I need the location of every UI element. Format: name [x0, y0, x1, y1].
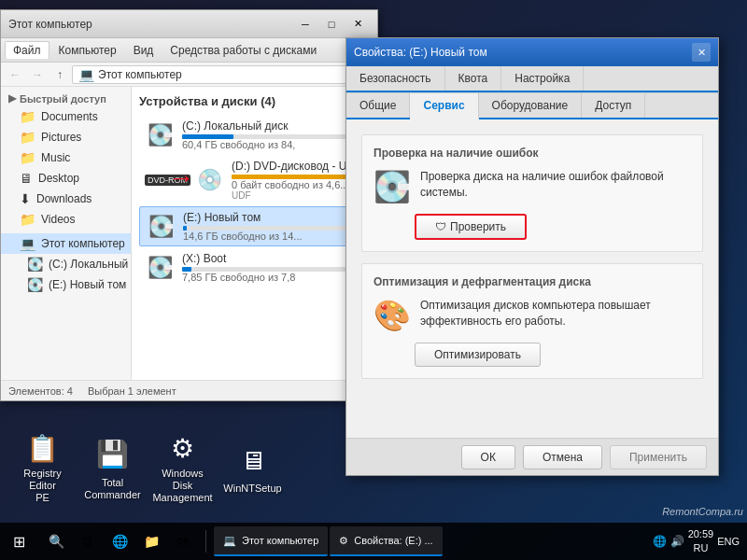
desktop-icon-totalcmd[interactable]: 💾 TotalCommander	[78, 431, 148, 506]
clock-lang: RU	[688, 541, 714, 555]
quick-access-header[interactable]: ▶Быстрый доступ	[1, 91, 131, 106]
check-button[interactable]: 🛡 Проверить	[415, 214, 527, 240]
drive-x-name: (X:) Boot	[182, 252, 364, 265]
address-bar[interactable]: 💻 Этот компьютер	[72, 65, 351, 84]
drive-item-c[interactable]: 💽 (C:) Локальный диск 60,4 ГБ свободно и…	[139, 116, 370, 154]
taskbar-separator	[205, 530, 206, 553]
drive-d-info: (D:) DVD-дисковод - US 0 байт свободно и…	[232, 160, 364, 201]
diskman-icon: ⚙	[164, 433, 202, 464]
desktop-icons: 📋 Registry EditorPE 💾 TotalCommander ⚙ W…	[0, 424, 295, 513]
defrag-description: Оптимизация дисков компьютера повышает э…	[420, 298, 691, 329]
status-bar: Элементов: 4 Выбран 1 элемент	[1, 380, 377, 400]
back-button[interactable]: ←	[5, 65, 25, 84]
quick-access-section: ▶Быстрый доступ 📁 Documents 📁 Pictures 📁…	[1, 91, 131, 230]
desktop-icon: 🖥	[20, 171, 33, 186]
tab-view[interactable]: Вид	[126, 42, 162, 59]
defrag-section-title: Оптимизация и дефрагментация диска	[374, 275, 691, 288]
system-clock[interactable]: 20:59 RU	[688, 527, 714, 556]
minimize-button[interactable]: ─	[293, 15, 317, 34]
taskbar-explorer-label: Этот компьютер	[242, 535, 318, 546]
desktop-icon-diskman[interactable]: ⚙ Windows DiskManagement	[148, 431, 218, 506]
shield-icon: 🛡	[435, 220, 446, 233]
computer-icon: 💻	[20, 236, 35, 251]
apply-button[interactable]: Применить	[610, 445, 707, 469]
folder-icon: 📁	[20, 150, 35, 165]
drive-d-free: 0 байт свободно из 4,6...	[232, 179, 364, 190]
status-selected: Выбран 1 элемент	[88, 385, 176, 397]
dialog-content: Проверка на наличие ошибок 💽 Проверка ди…	[346, 119, 718, 438]
sidebar-item-c-drive[interactable]: 💽 (C:) Локальный д...	[1, 254, 131, 274]
tab-file[interactable]: Файл	[5, 41, 49, 59]
tab-nastroika[interactable]: Настройка	[501, 66, 584, 91]
ok-button[interactable]: ОК	[461, 445, 515, 469]
taskbar-app-properties[interactable]: ⚙ Свойства: (E:) ...	[330, 526, 442, 556]
desktop-icon-registry[interactable]: 📋 Registry EditorPE	[7, 431, 78, 506]
folder-icon: 📁	[20, 109, 35, 124]
explorer-titlebar: Этот компьютер ─ □ ✕	[1, 10, 377, 38]
winntsetup-icon: 🖥	[234, 441, 272, 479]
sidebar-item-downloads[interactable]: ⬇ Downloads	[1, 189, 131, 209]
taskbar-store-icon[interactable]: 🛍	[168, 526, 198, 556]
sidebar-item-this-pc[interactable]: 💻 Этот компьютер	[1, 233, 131, 254]
status-count: Элементов: 4	[8, 385, 73, 397]
drive-item-e[interactable]: 💽 (E:) Новый том 14,6 ГБ свободно из 14.…	[139, 206, 370, 246]
drive-d-icon: 💿	[194, 168, 224, 192]
taskbar-app-explorer[interactable]: 💻 Этот компьютер	[214, 526, 328, 556]
taskbar-search-icon[interactable]: 🔍	[41, 526, 71, 556]
dialog-titlebar: Свойства: (E:) Новый том ✕	[346, 38, 718, 66]
sidebar-item-videos[interactable]: 📁 Videos	[1, 209, 131, 230]
taskbar-properties-icon: ⚙	[339, 535, 348, 547]
close-button[interactable]: ✕	[345, 15, 370, 34]
sidebar-item-desktop[interactable]: 🖥 Desktop	[1, 168, 131, 189]
download-icon: ⬇	[20, 191, 31, 206]
tab-bezopasnost[interactable]: Безопасность	[346, 66, 445, 91]
tab-kvota[interactable]: Квота	[445, 66, 502, 91]
tray-volume-icon[interactable]: 🔊	[670, 535, 684, 548]
taskbar-ie-icon[interactable]: 🌐	[105, 526, 134, 556]
drive-d-fs: UDF	[232, 190, 364, 201]
sidebar-item-pictures[interactable]: 📁 Pictures	[1, 127, 131, 147]
drive-icon: 💽	[27, 277, 43, 292]
watermark: RemontCompa.ru	[662, 506, 743, 517]
explorer-body: ▶Быстрый доступ 📁 Documents 📁 Pictures 📁…	[1, 87, 377, 380]
check-button-label: Проверить	[450, 220, 506, 233]
drive-x-info: (X:) Boot 7,85 ГБ свободно из 7,8	[182, 252, 364, 283]
start-button[interactable]: ⊞	[0, 523, 37, 560]
sidebar-item-documents[interactable]: 📁 Documents	[1, 106, 131, 127]
sidebar-item-music[interactable]: 📁 Music	[1, 147, 131, 168]
up-button[interactable]: ↑	[49, 65, 70, 84]
taskbar-task-view-icon[interactable]: ⧉	[73, 526, 103, 556]
computer-section: 💻 Этот компьютер 💽 (C:) Локальный д... 💽…	[1, 233, 131, 295]
properties-dialog: Свойства: (E:) Новый том ✕ Безопасность …	[345, 37, 719, 476]
forward-button[interactable]: →	[27, 65, 48, 84]
drive-c-name: (C:) Локальный диск	[182, 119, 364, 133]
sidebar-item-e-drive[interactable]: 💽 (E:) Новый том	[1, 274, 131, 295]
sidebar: ▶Быстрый доступ 📁 Documents 📁 Pictures 📁…	[1, 87, 132, 380]
drive-e-name: (E:) Новый том	[183, 211, 363, 224]
taskbar: ⊞ 🔍 ⧉ 🌐 📁 🛍 💻 Этот компьютер ⚙ Свойства:…	[0, 523, 747, 560]
maximize-button[interactable]: □	[319, 15, 344, 34]
tab-oborudovanie[interactable]: Оборудование	[479, 93, 583, 118]
tab-disk-tools[interactable]: Средства работы с дисками	[162, 42, 324, 59]
ribbon: Файл Компьютер Вид Средства работы с дис…	[1, 38, 377, 63]
tab-dostup[interactable]: Доступ	[582, 93, 645, 118]
taskbar-explorer-icon: 💻	[223, 535, 236, 547]
dialog-tabs-row1: Безопасность Квота Настройка	[346, 66, 718, 92]
drive-item-x[interactable]: 💽 (X:) Boot 7,85 ГБ свободно из 7,8	[139, 248, 370, 287]
registry-icon: 📋	[24, 433, 62, 464]
tab-computer[interactable]: Компьютер	[51, 42, 124, 59]
taskbar-tray: 🌐 🔊 20:59 RU ENG	[645, 527, 747, 556]
tab-obschie[interactable]: Общие	[346, 93, 410, 118]
tab-servis[interactable]: Сервис	[410, 93, 478, 119]
defrag-button[interactable]: Оптимизировать	[415, 343, 541, 367]
taskbar-folder-icon[interactable]: 📁	[136, 526, 166, 556]
explorer-window: Этот компьютер ─ □ ✕ Файл Компьютер Вид …	[0, 9, 378, 401]
folder-icon: 📁	[20, 212, 35, 227]
desktop-icon-winntsetup[interactable]: 🖥 WinNTSetup	[218, 431, 288, 506]
defrag-section: Оптимизация и дефрагментация диска 🎨 Опт…	[361, 263, 703, 379]
dialog-close-button[interactable]: ✕	[692, 43, 711, 62]
tray-network-icon[interactable]: 🌐	[653, 535, 667, 548]
cancel-button[interactable]: Отмена	[523, 445, 602, 469]
taskbar-pinned-icons: 🔍 ⧉ 🌐 📁 🛍	[37, 526, 202, 556]
drive-e-info: (E:) Новый том 14,6 ГБ свободно из 14...	[183, 211, 363, 242]
